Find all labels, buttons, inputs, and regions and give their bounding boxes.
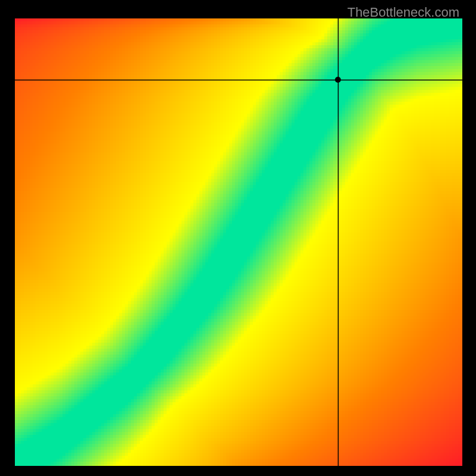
- chart-container: TheBottleneck.com: [0, 0, 476, 476]
- heatmap-canvas: [15, 18, 462, 466]
- heatmap-plot: [15, 18, 462, 466]
